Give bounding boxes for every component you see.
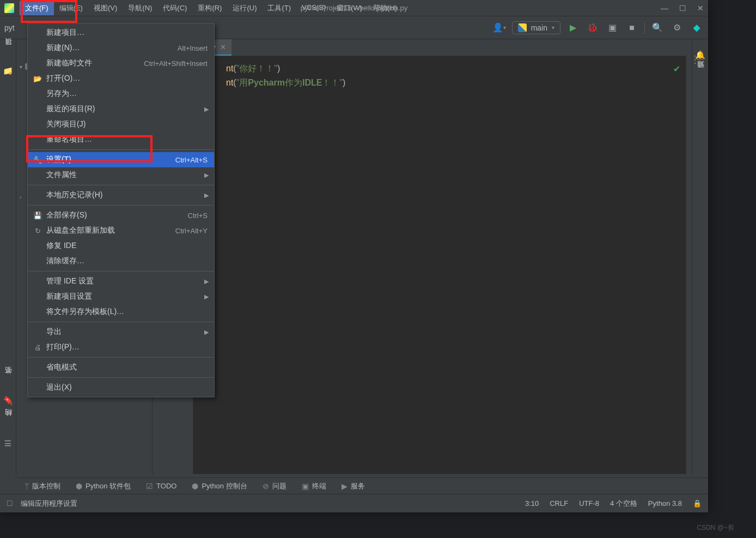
status-caret-pos[interactable]: 3:10 (525, 499, 539, 507)
menu-file-properties[interactable]: 文件属性▶ (28, 167, 214, 183)
menu-new-scratch[interactable]: 新建临时文件Ctrl+Alt+Shift+Insert (28, 56, 214, 71)
menubar: 文件(F) 编辑(E) 视图(V) 导航(N) 代码(C) 重构(R) 运行(U… (0, 0, 708, 16)
bt-vcs[interactable]: ᛘ版本控制 (25, 481, 60, 491)
menu-new-project-settings[interactable]: 新建项目设置▶ (28, 289, 214, 304)
close-tab-icon[interactable]: ✕ (220, 43, 226, 51)
coverage-button[interactable]: ▣ (605, 21, 619, 35)
menu-new[interactable]: 新建(N)…Alt+Insert (28, 40, 214, 56)
search-icon[interactable]: 🔍 (650, 21, 664, 35)
bottom-toolbar: ᛘ版本控制 ⬢Python 软件包 ☑TODO ⬢Python 控制台 ⊘问题 … (16, 477, 708, 494)
menu-rename-project[interactable]: 重命名项目… (28, 132, 214, 147)
menu-reload-from-disk[interactable]: ↻从磁盘全部重新加载Ctrl+Alt+Y (28, 223, 214, 238)
menu-edit[interactable]: 编辑(E) (54, 1, 88, 15)
status-window-icon[interactable]: ☐ (7, 499, 13, 507)
menu-close-project[interactable]: 关闭项目(J) (28, 117, 214, 132)
pycharm-logo-icon (4, 3, 14, 13)
folder-icon[interactable]: 📁 (3, 67, 13, 76)
stop-button[interactable]: ■ (625, 21, 639, 35)
bt-packages[interactable]: ⬢Python 软件包 (76, 481, 131, 491)
chevron-right-icon: ▶ (204, 293, 209, 300)
menu-repair-ide[interactable]: 修复 IDE (28, 238, 214, 253)
left-tool-rail: 项目 📁 书签 🔖 结构 ☰ (0, 39, 16, 475)
problems-icon: ⊘ (263, 482, 269, 491)
menu-exit[interactable]: 退出(X) (28, 380, 214, 395)
lock-icon[interactable]: 🔒 (693, 499, 702, 507)
menu-local-history[interactable]: 本地历史记录(H)▶ (28, 188, 214, 203)
menu-export[interactable]: 导出▶ (28, 324, 214, 340)
menu-recent-projects[interactable]: 最近的项目(R)▶ (28, 101, 214, 117)
chevron-right-icon: ▶ (204, 106, 209, 113)
bt-services[interactable]: ▶服务 (342, 481, 365, 491)
status-indent[interactable]: 4 个空格 (610, 499, 637, 509)
branch-icon: ᛘ (25, 482, 29, 491)
menu-save-as[interactable]: 另存为… (28, 86, 214, 101)
python-icon (518, 23, 527, 32)
bt-console[interactable]: ⬢Python 控制台 (192, 481, 247, 491)
window-maximize[interactable]: ☐ (679, 4, 686, 13)
chevron-right-icon: ▶ (204, 192, 209, 199)
run-config-selector[interactable]: main ▾ (512, 21, 560, 34)
menu-manage-ide-settings[interactable]: 管理 IDE 设置▶ (28, 274, 214, 289)
window-title: pythonProject16 – hello-python.py (301, 4, 408, 12)
settings-gear-icon[interactable]: ⚙ (670, 21, 684, 35)
file-menu-dropdown: 新建项目… 新建(N)…Alt+Insert 新建临时文件Ctrl+Alt+Sh… (27, 23, 215, 397)
menu-tools[interactable]: 工具(T) (262, 1, 296, 15)
menu-run[interactable]: 运行(U) (227, 1, 262, 15)
debug-button[interactable]: 🐞 (586, 21, 600, 35)
menu-code[interactable]: 代码(C) (157, 1, 192, 15)
menu-settings[interactable]: 🔧设置(T)…Ctrl+Alt+S (28, 152, 214, 167)
right-tool-rail: 🔔 通知 (692, 39, 708, 474)
bt-todo[interactable]: ☑TODO (146, 482, 176, 491)
watermark: CSDN @~剪 (697, 523, 734, 533)
todo-icon: ☑ (146, 482, 153, 491)
codewithme-icon[interactable]: ◆ (690, 21, 704, 35)
status-interpreter[interactable]: Python 3.8 (648, 499, 682, 507)
bt-problems[interactable]: ⊘问题 (263, 481, 286, 491)
menu-new-project[interactable]: 新建项目… (28, 25, 214, 40)
menu-refactor[interactable]: 重构(R) (192, 1, 227, 15)
save-icon: 💾 (32, 211, 43, 220)
user-icon[interactable]: 👤▾ (492, 21, 507, 35)
status-encoding[interactable]: UTF-8 (579, 499, 599, 507)
menu-navigate[interactable]: 导航(N) (123, 1, 157, 15)
editor-more-icon[interactable]: ⋮ (690, 53, 700, 65)
run-button[interactable]: ▶ (566, 21, 580, 35)
menu-view[interactable]: 视图(V) (88, 1, 123, 15)
reload-icon: ↻ (32, 227, 43, 235)
open-folder-icon: 📂 (32, 75, 43, 83)
chevron-right-icon: ▶ (204, 172, 209, 179)
editor[interactable]: ✔ nt("你好！！") nt("用Pycharm作为IDLE！！") (193, 56, 686, 474)
menu-file[interactable]: 文件(F) (20, 1, 54, 15)
terminal-icon: ▣ (302, 482, 309, 491)
services-icon: ▶ (342, 482, 347, 491)
print-icon: 🖨 (32, 343, 43, 352)
inspection-ok-icon[interactable]: ✔ (673, 64, 680, 74)
breadcrumb: pyt (4, 23, 15, 32)
status-message: 编辑应用程序设置 (21, 499, 77, 509)
menu-save-all[interactable]: 💾全部保存(S)Ctrl+S (28, 208, 214, 223)
window-minimize[interactable]: — (661, 4, 668, 13)
chevron-right-icon: ▶ (204, 278, 209, 285)
menu-save-as-template[interactable]: 将文件另存为模板(L)… (28, 304, 214, 319)
python-icon: ⬢ (76, 482, 82, 491)
statusbar: ☐ 编辑应用程序设置 3:10 CRLF UTF-8 4 个空格 Python … (0, 494, 708, 512)
status-line-sep[interactable]: CRLF (550, 499, 568, 507)
menu-open[interactable]: 📂打开(O)… (28, 71, 214, 86)
menu-print[interactable]: 🖨打印(P)… (28, 340, 214, 355)
menu-power-save[interactable]: 省电模式 (28, 360, 214, 375)
menu-invalidate-caches[interactable]: 清除缓存… (28, 253, 214, 269)
window-close[interactable]: ✕ (697, 4, 704, 13)
wrench-icon: 🔧 (32, 156, 43, 164)
chevron-right-icon: ▶ (204, 329, 209, 336)
bt-terminal[interactable]: ▣终端 (302, 481, 326, 491)
bookmark-icon[interactable]: 🔖 (3, 396, 13, 406)
structure-icon[interactable]: ☰ (4, 438, 11, 448)
python-icon: ⬢ (192, 482, 198, 491)
